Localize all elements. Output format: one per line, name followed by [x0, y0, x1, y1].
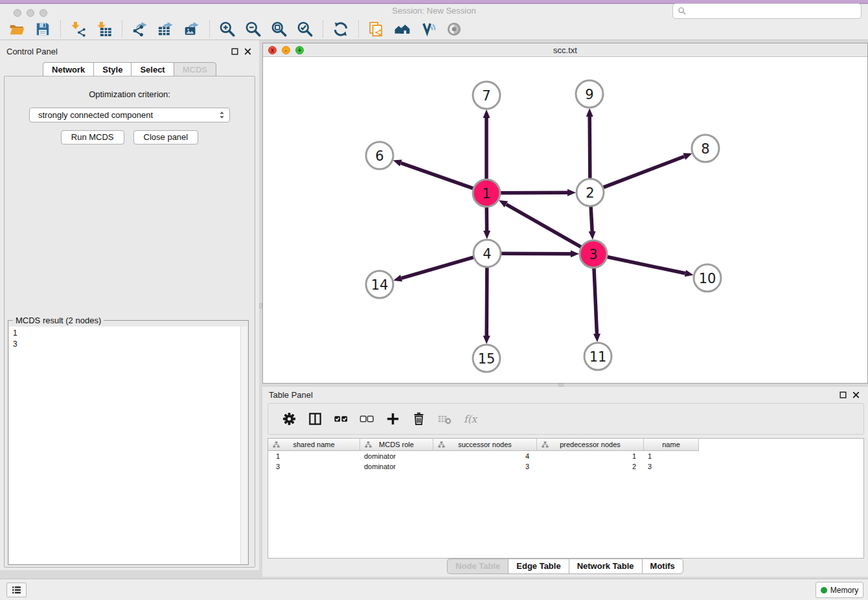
tab-network-table[interactable]: Network Table — [569, 559, 642, 574]
svg-text:f(x): f(x) — [463, 413, 477, 425]
criterion-dropdown-value: strongly connected component — [38, 110, 153, 120]
save-session-button[interactable] — [30, 19, 56, 39]
criterion-dropdown[interactable]: strongly connected component — [29, 108, 230, 122]
table-cell[interactable]: 4 — [433, 451, 537, 461]
table-cell[interactable]: 3 — [644, 461, 699, 472]
hide-panel-button[interactable] — [441, 19, 467, 39]
table-cell[interactable]: 1 — [268, 451, 360, 461]
export-image-button[interactable] — [179, 19, 205, 39]
column-header-label: name — [662, 441, 680, 448]
import-table-icon — [96, 21, 113, 38]
apply-layout-button[interactable] — [328, 19, 354, 39]
table-body: 1dominator4113dominator323 — [268, 451, 863, 472]
table-panel: Table Panel f(x) shared nameMCDS rolesuc… — [262, 387, 868, 577]
table-cell[interactable]: dominator — [360, 451, 433, 461]
table-cell[interactable]: 2 — [537, 461, 644, 472]
column-panel-button[interactable] — [303, 410, 326, 429]
open-file-button[interactable] — [4, 19, 30, 39]
table-row[interactable]: 1dominator411 — [268, 451, 863, 461]
network-frame-titlebar[interactable]: scc.txt x-+ — [263, 43, 867, 57]
graph-node-11[interactable]: 11 — [584, 343, 611, 370]
float-panel-icon[interactable] — [231, 47, 239, 56]
column-header-successor-nodes[interactable]: successor nodes — [433, 439, 537, 451]
graph-node-9[interactable]: 9 — [576, 80, 603, 108]
status-bar: Memory — [0, 579, 868, 600]
table-cell[interactable]: dominator — [360, 461, 433, 472]
graph-node-7[interactable]: 7 — [473, 82, 500, 109]
frame-minimize-button[interactable]: - — [282, 46, 290, 54]
memory-button[interactable]: Memory — [816, 582, 863, 598]
clone-network-button[interactable] — [363, 19, 389, 39]
session-home-button[interactable] — [389, 19, 415, 39]
vizmap-button[interactable] — [415, 19, 441, 39]
column-header-name[interactable]: name — [644, 439, 699, 451]
search-input[interactable] — [687, 5, 861, 17]
graph-edge-2-9[interactable] — [589, 117, 590, 178]
column-header-shared-name[interactable]: shared name — [268, 439, 360, 451]
node-table[interactable]: shared nameMCDS rolesuccessor nodesprede… — [268, 438, 864, 559]
network-view-frame: scc.txt x-+ 7968124314101511 — [262, 43, 868, 384]
float-table-panel-icon[interactable] — [839, 391, 847, 399]
graph-edge-1-6[interactable] — [401, 163, 473, 189]
tab-node-table[interactable]: Node Table — [447, 559, 508, 574]
graph-edge-4-15[interactable] — [486, 268, 487, 336]
table-row[interactable]: 3dominator323 — [268, 461, 863, 472]
graph-node-14[interactable]: 14 — [366, 271, 393, 298]
show-panels-button[interactable] — [6, 583, 27, 597]
export-network-button[interactable] — [127, 19, 153, 39]
zoom-selected-button[interactable] — [292, 19, 318, 39]
graph-edge-4-3[interactable] — [501, 253, 571, 254]
frame-zoom-button[interactable]: + — [295, 46, 304, 54]
graph-node-10[interactable]: 10 — [694, 264, 721, 292]
zoom-out-button[interactable] — [240, 19, 266, 39]
zoom-in-button[interactable] — [214, 19, 240, 39]
column-header-predecessor-nodes[interactable]: predecessor nodes — [537, 439, 644, 451]
graph-node-1[interactable]: 1 — [473, 179, 500, 207]
graph-node-6[interactable]: 6 — [366, 142, 393, 169]
result-scrollbar[interactable] — [240, 327, 247, 564]
column-header-MCDS-role[interactable]: MCDS role — [360, 439, 433, 451]
tab-motifs[interactable]: Motifs — [642, 559, 683, 574]
graph-edge-1-2[interactable] — [501, 192, 567, 193]
hierarchy-icon — [365, 441, 372, 448]
mcds-tab-content: Optimization criterion: strongly connect… — [4, 76, 255, 568]
graph-edge-2-8[interactable] — [604, 156, 685, 187]
delete-columns-button[interactable] — [407, 410, 430, 429]
table-settings-button[interactable] — [277, 410, 301, 429]
memory-button-label: Memory — [830, 586, 858, 595]
zoom-fit-button[interactable] — [266, 19, 292, 39]
graph-edge-3-11[interactable] — [594, 268, 597, 334]
search-box[interactable] — [672, 3, 862, 19]
graph-edge-3-1[interactable] — [506, 204, 580, 247]
table-cell[interactable]: 3 — [433, 461, 537, 472]
vizmap-icon — [420, 21, 437, 38]
close-panel-button[interactable]: Close panel — [133, 130, 199, 144]
frame-close-button[interactable]: x — [268, 46, 277, 54]
graph-edge-4-14[interactable] — [402, 257, 474, 278]
mcds-result-text[interactable]: 1 3 — [9, 327, 247, 564]
graph-edge-3-10[interactable] — [608, 257, 685, 273]
run-mcds-button[interactable]: Run MCDS — [61, 130, 124, 144]
vertical-divider-grip[interactable] — [259, 303, 262, 308]
network-canvas[interactable]: 7968124314101511 — [263, 57, 867, 383]
show-all-columns-button[interactable] — [329, 410, 352, 429]
import-table-button[interactable] — [91, 19, 117, 39]
graph-node-4[interactable]: 4 — [474, 240, 501, 267]
export-table-button[interactable] — [153, 19, 179, 39]
tab-edge-table[interactable]: Edge Table — [508, 559, 568, 574]
hide-all-columns-button[interactable] — [355, 410, 378, 429]
graph-node-2[interactable]: 2 — [577, 179, 604, 206]
graph-node-3[interactable]: 3 — [580, 240, 607, 268]
close-table-panel-icon[interactable] — [852, 391, 860, 399]
table-cell[interactable]: 3 — [268, 461, 360, 472]
export-network-icon — [131, 21, 148, 38]
function-builder-button: f(x) — [459, 410, 482, 429]
close-panel-icon[interactable] — [244, 47, 252, 56]
graph-node-15[interactable]: 15 — [473, 345, 500, 372]
graph-node-8[interactable]: 8 — [692, 135, 719, 162]
graph-edge-2-3[interactable] — [591, 207, 592, 231]
table-cell[interactable]: 1 — [537, 451, 644, 461]
create-column-button[interactable] — [381, 410, 404, 429]
import-network-button[interactable] — [65, 19, 91, 39]
table-cell[interactable]: 1 — [644, 451, 699, 461]
